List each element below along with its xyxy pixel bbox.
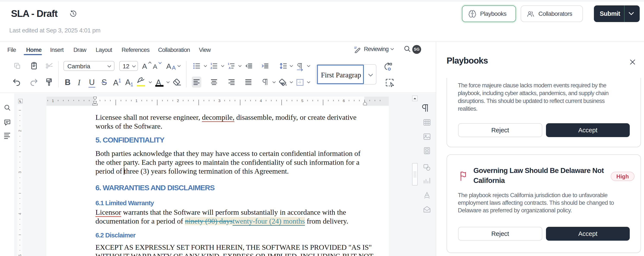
svg-text:4: 4: [18, 213, 22, 215]
svg-text:1: 1: [228, 62, 229, 66]
svg-text:1: 1: [52, 99, 54, 103]
svg-text:5: 5: [18, 254, 22, 256]
svg-text:1: 1: [136, 99, 137, 103]
svg-text:A: A: [229, 66, 231, 70]
svg-text:2: 2: [210, 66, 212, 70]
svg-text:3: 3: [18, 171, 22, 173]
svg-text:1: 1: [210, 62, 212, 66]
svg-text:2: 2: [18, 130, 22, 132]
svg-text:2: 2: [177, 99, 179, 103]
svg-text:6: 6: [343, 99, 345, 103]
svg-text:3: 3: [218, 99, 220, 103]
svg-text:4: 4: [260, 99, 262, 103]
svg-text:5: 5: [301, 99, 303, 103]
